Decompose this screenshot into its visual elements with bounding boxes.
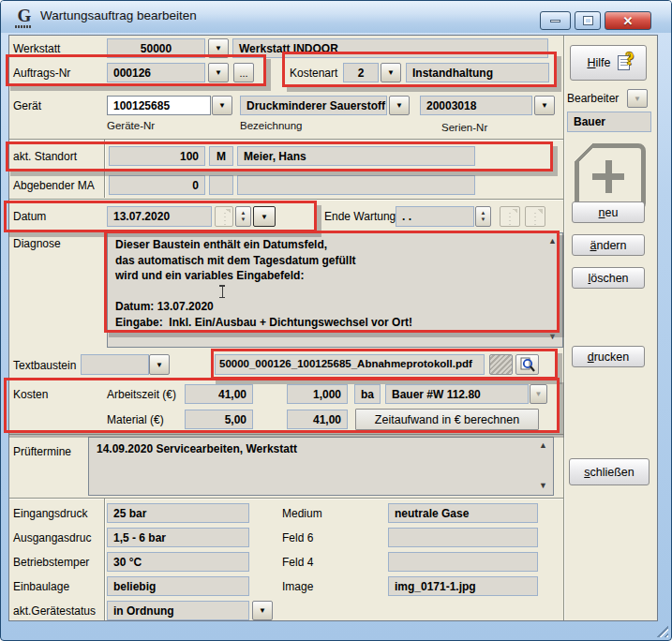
werkstatt-dropdown-button[interactable]: ▼: [208, 38, 229, 58]
aendern-label: ändern: [590, 239, 627, 252]
ausgangsdruck-field[interactable]: 1,5 - 6 bar: [107, 528, 249, 547]
geraet-label: Gerät: [13, 99, 41, 112]
scroll-down-icon[interactable]: ▼: [548, 332, 557, 341]
loeschen-label: löschen: [588, 272, 628, 285]
drucken-label: drucken: [588, 350, 629, 364]
section-divider: [9, 199, 563, 201]
neu-button[interactable]: neu: [572, 201, 645, 223]
geraetestatus-field[interactable]: in Ordnung: [107, 601, 249, 620]
ende-wartung-field[interactable]: . .: [396, 206, 474, 227]
bearbeiter-dropdown-button[interactable]: ▼: [627, 89, 648, 108]
chevron-down-icon: ▼: [215, 68, 222, 77]
bezeichnung-field[interactable]: Druckminderer Sauerstoff: [240, 96, 387, 115]
datum-spinner[interactable]: ▲▼: [235, 206, 251, 227]
medium-label: Medium: [282, 507, 322, 520]
kostenart-dropdown-button[interactable]: ▼: [381, 63, 401, 82]
textbaustein-file-field[interactable]: 50000_000126_100125685_Abnahmeprotokoll.…: [215, 354, 485, 375]
calendar-button[interactable]: [525, 206, 545, 227]
geraetestatus-dropdown-button[interactable]: ▼: [252, 601, 273, 620]
resize-grip[interactable]: [656, 625, 668, 637]
zeitaufwand-berechnen-button[interactable]: Zeitaufwand in € berechnen: [355, 409, 539, 430]
prueftermine-textarea[interactable]: 14.09.2020 Servicearbeiten, Werkstatt: [88, 437, 554, 496]
auftrag-more-button[interactable]: ...: [233, 63, 254, 82]
kostenart-label: Kostenart: [290, 67, 337, 80]
arbeitszeit-field[interactable]: 41,00: [185, 384, 253, 404]
serien-nr-dropdown-button[interactable]: ▼: [534, 96, 555, 115]
kostenart-code-field[interactable]: 2: [343, 63, 379, 82]
diagnose-textarea[interactable]: Dieser Baustein enthält ein Datumsfeld, …: [107, 232, 563, 348]
datum-field[interactable]: 13.07.2020: [107, 206, 212, 227]
eingangsdruck-label: Eingangsdruck: [13, 507, 87, 520]
feld4-field[interactable]: [388, 552, 538, 572]
drucken-button[interactable]: drucken: [572, 346, 645, 367]
close-button[interactable]: ✕: [605, 11, 651, 30]
ende-wartung-spinner[interactable]: ▲▼: [475, 206, 491, 227]
standort-kz-field[interactable]: M: [209, 146, 233, 166]
serien-nr-field[interactable]: 20003018: [420, 96, 532, 115]
chevron-down-icon: ▼: [261, 213, 268, 221]
mitarbeiter-tarif-field[interactable]: Bauer #W 112.80: [385, 384, 529, 404]
tarif-dropdown-button[interactable]: ▼: [530, 384, 547, 404]
feld6-field[interactable]: [388, 528, 538, 547]
preview-magnifier-button[interactable]: [515, 354, 539, 375]
auftrag-dropdown-button[interactable]: ▼: [208, 63, 229, 82]
label-column-divider: [104, 140, 106, 198]
help-document-icon: ?: [618, 55, 630, 70]
standort-name-field[interactable]: Meier, Hans: [237, 146, 475, 166]
geraete-nr-dropdown-button[interactable]: ▼: [212, 96, 232, 115]
scroll-down-icon[interactable]: ▼: [539, 481, 547, 490]
minimize-button[interactable]: [540, 11, 571, 30]
title-bar[interactable]: G Wartungsauftrag bearbeiten ✕: [1, 1, 671, 33]
bezeichnung-dropdown-button[interactable]: ▼: [389, 96, 410, 115]
close-icon: ✕: [623, 14, 634, 28]
einbaulage-label: Einbaulage: [13, 580, 69, 593]
maximize-button[interactable]: [575, 11, 601, 30]
calendar-button[interactable]: [215, 206, 233, 227]
werkstatt-label: Werkstatt: [13, 42, 60, 55]
schliessen-label: schließen: [584, 466, 635, 479]
chevron-down-icon: ▼: [259, 606, 266, 615]
auftrag-nr-field[interactable]: 000126: [107, 63, 205, 82]
standort-label: akt. Standort: [13, 150, 77, 163]
scroll-up-icon[interactable]: ▲: [539, 440, 547, 450]
kosten-label: Kosten: [13, 388, 48, 401]
betriebstemperatur-field[interactable]: 30 °C: [107, 552, 249, 572]
einheit-field[interactable]: ba: [354, 384, 381, 404]
chevron-down-icon: ▼: [541, 101, 548, 110]
dialog-window: G Wartungsauftrag bearbeiten ✕ Werkstatt…: [0, 0, 672, 641]
zeitaufwand-berechnen-label: Zeitaufwand in € berechnen: [375, 413, 519, 426]
section-divider: [9, 139, 563, 141]
auftrag-label: Auftrags-Nr: [13, 67, 70, 80]
material-field[interactable]: 5,00: [185, 410, 253, 429]
textbaustein-dropdown-button[interactable]: ▼: [149, 354, 170, 375]
abgebender-ma-kz-field[interactable]: [209, 175, 233, 195]
kostenart-name-field[interactable]: Instandhaltung: [406, 63, 549, 82]
chevron-down-icon: ▼: [215, 44, 222, 52]
aendern-button[interactable]: ändern: [572, 234, 645, 256]
scroll-up-icon[interactable]: ▲: [548, 236, 557, 246]
chevron-down-icon: ▼: [156, 361, 163, 369]
geraete-nr-field[interactable]: 100125685: [107, 96, 211, 115]
medium-field[interactable]: neutrale Gase: [388, 503, 538, 523]
zeitsumme-field[interactable]: 41,00: [287, 410, 348, 429]
einbaulage-field[interactable]: beliebig: [107, 576, 249, 596]
textbaustein-select-field[interactable]: [81, 354, 149, 375]
magnifier-icon: [519, 356, 536, 373]
abgebender-ma-name-field[interactable]: [237, 175, 475, 195]
eingangsdruck-field[interactable]: 25 bar: [107, 503, 249, 523]
standort-nr-field[interactable]: 100: [109, 146, 205, 166]
werkstatt-code-field[interactable]: 50000: [107, 38, 205, 58]
abgebender-ma-nr-field[interactable]: 0: [109, 175, 205, 195]
bearbeiter-value-field[interactable]: Bauer: [567, 112, 651, 132]
section-divider: [9, 498, 563, 499]
bearbeiter-label: Bearbeiter: [567, 92, 619, 105]
image-field[interactable]: img_0171-1.jpg: [388, 576, 538, 596]
hilfe-button[interactable]: Hilfe ?: [570, 45, 647, 81]
datum-dropdown-button[interactable]: ▼: [253, 206, 276, 227]
schliessen-button[interactable]: schließen: [569, 458, 650, 485]
loeschen-button[interactable]: löschen: [572, 267, 645, 289]
werkstatt-name-field[interactable]: Werkstatt INDOOR: [232, 38, 548, 58]
betriebstemperatur-label: Betriebstemper: [13, 556, 89, 569]
calendar-button[interactable]: [500, 206, 520, 227]
zeitfaktor-field[interactable]: 1,000: [287, 384, 348, 404]
